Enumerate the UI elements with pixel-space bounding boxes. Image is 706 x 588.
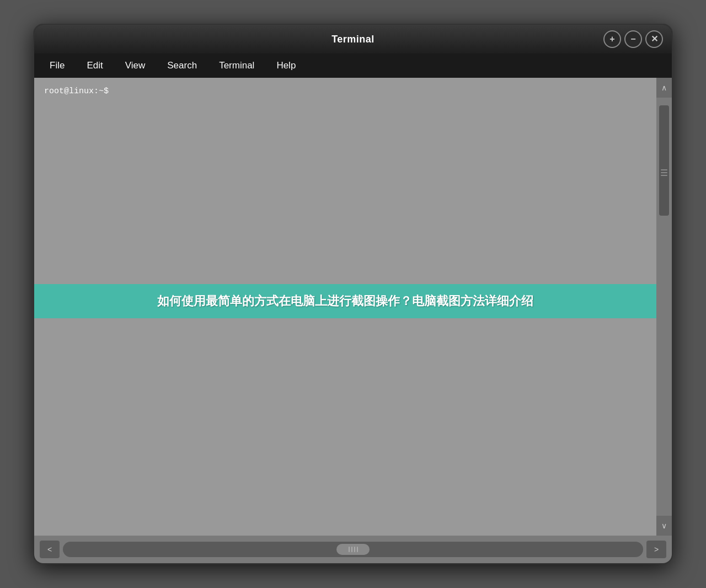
scroll-right-button[interactable]: > xyxy=(646,541,666,558)
grip-line-3 xyxy=(661,175,667,176)
scroll-thumb-vertical[interactable] xyxy=(659,105,669,216)
grip-line-2 xyxy=(661,172,667,173)
scroll-thumb-horizontal[interactable] xyxy=(336,544,370,555)
window-title: Terminal xyxy=(331,34,375,45)
h-grip-4 xyxy=(357,547,358,552)
overlay-banner: 如何使用最简单的方式在电脑上进行截图操作？电脑截图方法详细介绍 xyxy=(34,284,656,318)
terminal-window: Terminal + − ✕ File Edit View Search Ter… xyxy=(33,24,673,564)
menu-terminal[interactable]: Terminal xyxy=(209,57,264,74)
h-grip-1 xyxy=(349,547,350,552)
window-controls: + − ✕ xyxy=(603,30,663,48)
menu-help[interactable]: Help xyxy=(266,57,306,74)
horizontal-scrollbar: < > xyxy=(34,536,672,563)
scroll-down-button[interactable]: ∨ xyxy=(656,516,672,536)
title-bar: Terminal + − ✕ xyxy=(34,25,672,54)
minimize-button[interactable]: − xyxy=(624,30,642,48)
terminal-content[interactable]: root@linux:~$ 如何使用最简单的方式在电脑上进行截图操作？电脑截图方… xyxy=(34,78,656,536)
menu-edit[interactable]: Edit xyxy=(77,57,113,74)
scroll-track-vertical[interactable] xyxy=(656,98,672,516)
grip-line-1 xyxy=(661,169,667,170)
scroll-track-horizontal[interactable] xyxy=(63,542,643,557)
terminal-prompt: root@linux:~$ xyxy=(44,87,109,96)
menu-view[interactable]: View xyxy=(115,57,156,74)
h-grip-3 xyxy=(354,547,355,552)
banner-text: 如何使用最简单的方式在电脑上进行截图操作？电脑截图方法详细介绍 xyxy=(157,293,533,309)
menu-search[interactable]: Search xyxy=(157,57,207,74)
scroll-up-button[interactable]: ∧ xyxy=(656,78,672,98)
menu-bar: File Edit View Search Terminal Help xyxy=(34,54,672,78)
h-grip-2 xyxy=(351,547,352,552)
close-button[interactable]: ✕ xyxy=(645,30,663,48)
menu-file[interactable]: File xyxy=(40,57,74,74)
scroll-left-button[interactable]: < xyxy=(40,541,60,558)
vertical-scrollbar: ∧ ∨ xyxy=(656,78,672,536)
terminal-area: root@linux:~$ 如何使用最简单的方式在电脑上进行截图操作？电脑截图方… xyxy=(34,78,672,536)
scroll-grip xyxy=(661,169,667,176)
add-tab-button[interactable]: + xyxy=(603,30,621,48)
